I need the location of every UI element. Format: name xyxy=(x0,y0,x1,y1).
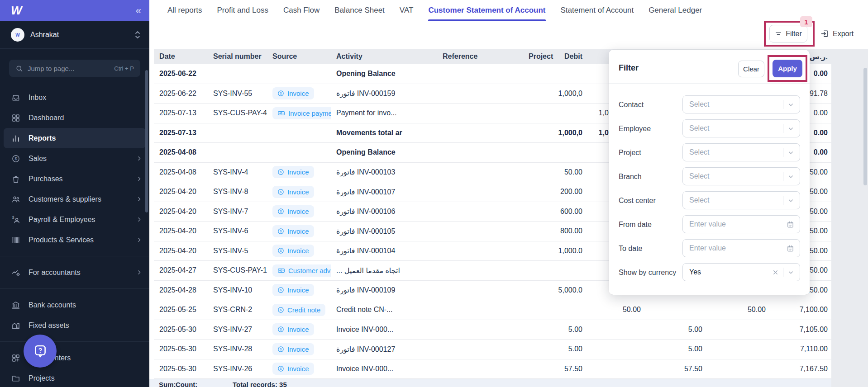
source-badge-invoice[interactable]: $Invoice xyxy=(272,225,314,237)
vertical-scrollbar[interactable] xyxy=(863,68,867,185)
sidebar-item-cost-centers[interactable]: Cost Centers xyxy=(0,348,149,368)
table-row[interactable]: 2025-05-30SYS-INV-26$InvoiceInvoice INV-… xyxy=(154,359,831,379)
filter-field-control[interactable]: Enter value xyxy=(682,239,800,257)
date-placeholder: Enter value xyxy=(689,220,726,228)
source-badge-label: Invoice xyxy=(287,208,309,215)
sidebar-item-projects[interactable]: Projects xyxy=(0,368,149,387)
cell-reference xyxy=(437,300,523,320)
source-badge-invoice[interactable]: $Invoice xyxy=(272,186,314,198)
tab-balance-sheet[interactable]: Balance Sheet xyxy=(334,0,385,21)
coin-icon: $ xyxy=(277,287,284,293)
source-badge-invoice[interactable]: $Invoice xyxy=(272,323,314,335)
cell-activity: فاتورة INV-000109 xyxy=(331,281,437,300)
cell-date: 2025-05-30 xyxy=(154,320,208,340)
tab-profit-and-loss[interactable]: Profit and Loss xyxy=(217,0,268,21)
source-badge-invoice[interactable]: $Invoice xyxy=(272,205,314,217)
source-badge-customer_advance[interactable]: Customer advance xyxy=(272,264,331,277)
filter-button[interactable]: Filter xyxy=(769,25,807,42)
sidebar-item-for-accountants[interactable]: For accountants xyxy=(0,262,149,283)
tab-general-ledger[interactable]: General Ledger xyxy=(649,0,702,21)
source-badge-invoice[interactable]: $Invoice xyxy=(272,363,314,375)
select-placeholder: Select xyxy=(689,124,709,132)
sidebar-item-products-services[interactable]: Products & Services xyxy=(0,230,149,250)
cell-serial: SYS-INV-28 xyxy=(208,340,267,359)
filter-field-contact: ContactSelect xyxy=(609,95,810,113)
tab-customer-statement-of-account[interactable]: Customer Statement of Account xyxy=(428,0,545,21)
collapse-sidebar-icon[interactable]: « xyxy=(136,6,141,16)
sidebar-item-label: Payroll & Employees xyxy=(29,216,95,224)
column-header-project: Project xyxy=(523,49,555,64)
filter-field-label: Branch xyxy=(619,172,677,181)
cell-credit xyxy=(586,320,644,340)
cell-reference xyxy=(437,182,523,202)
cell-reference xyxy=(437,222,523,241)
table-row[interactable]: 2025-05-30SYS-INV-28$Invoiceفاتورة INV-0… xyxy=(154,340,831,359)
cell-date: 2025-06-22 xyxy=(154,84,208,104)
table-row[interactable]: 2025-05-25SYS-CRN-2$Credit noteCredit no… xyxy=(154,300,831,320)
sidebar-item-label: Purchases xyxy=(29,175,63,183)
cell-date: 2025-05-30 xyxy=(154,359,208,379)
footer-count-label: Count: xyxy=(176,381,197,387)
svg-text:$: $ xyxy=(280,367,282,371)
cell-date: 2025-05-25 xyxy=(154,300,208,320)
source-badge-invoice_payment[interactable]: Invoice payment xyxy=(272,107,331,119)
filter-field-label: To date xyxy=(619,244,677,253)
user-switcher[interactable]: W Ashrakat xyxy=(0,21,149,49)
chevron-right-icon xyxy=(136,176,142,182)
filter-field-project: ProjectSelect xyxy=(609,143,810,161)
chevron-down-icon xyxy=(787,149,794,156)
source-badge-invoice[interactable]: $Invoice xyxy=(272,87,314,99)
filter-field-control[interactable]: Select xyxy=(682,191,800,209)
cell-balance: 7,110.00 xyxy=(769,340,831,359)
table-footer: Sum: Count: Total records: 35 xyxy=(149,379,831,387)
tab-cash-flow[interactable]: Cash Flow xyxy=(283,0,320,21)
source-badge-invoice[interactable]: $Invoice xyxy=(272,166,314,178)
filter-panel: Filter Clear Apply ContactSelectEmployee… xyxy=(609,50,810,295)
sidebar-item-reports[interactable]: Reports xyxy=(4,128,146,148)
source-badge-label: Customer advance xyxy=(288,267,331,274)
clear-button[interactable]: Clear xyxy=(738,61,764,77)
cell-project xyxy=(523,359,555,379)
tab-statement-of-account[interactable]: Statement of Account xyxy=(561,0,634,21)
sidebar-item-payroll-employees[interactable]: $Payroll & Employees xyxy=(0,209,149,230)
clear-value-icon[interactable] xyxy=(772,269,779,276)
filter-field-control[interactable]: Enter value xyxy=(682,215,800,233)
cell-date: 2025-05-30 xyxy=(154,340,208,359)
cell-debit xyxy=(555,300,586,320)
tab-vat[interactable]: VAT xyxy=(400,0,414,21)
sidebar-separator xyxy=(0,341,149,342)
sidebar-item-inbox[interactable]: Inbox xyxy=(0,87,149,108)
source-badge-invoice[interactable]: $Invoice xyxy=(272,343,314,355)
svg-text:$: $ xyxy=(280,249,282,253)
sidebar-item-bank-accounts[interactable]: Bank accounts xyxy=(0,295,149,315)
source-badge-credit_note[interactable]: $Credit note xyxy=(272,304,325,316)
jump-to-page-search[interactable]: Jump to page... Ctrl + P xyxy=(9,60,140,77)
filter-field-control[interactable]: Yes xyxy=(682,263,800,281)
cell-project xyxy=(523,340,555,359)
source-badge-label: Credit note xyxy=(287,306,320,314)
sidebar-item-customers-suppliers[interactable]: Customers & suppliers xyxy=(0,189,149,209)
cell-reference xyxy=(437,84,523,104)
sidebar-item-fixed-assets[interactable]: Fixed assets xyxy=(0,315,149,335)
cell-serial: SYS-CRN-2 xyxy=(208,300,267,320)
sidebar-item-purchases[interactable]: Purchases xyxy=(0,169,149,189)
tab-all-reports[interactable]: All reports xyxy=(167,0,202,21)
source-badge-invoice[interactable]: $Invoice xyxy=(272,245,314,257)
sidebar-item-label: Products & Services xyxy=(29,236,94,244)
filter-field-control[interactable]: Select xyxy=(682,95,800,113)
filter-field-control[interactable]: Select xyxy=(682,119,800,137)
cell-activity: فاتورة INV-000104 xyxy=(331,241,437,261)
export-button[interactable]: Export xyxy=(820,25,854,42)
user-switch-chevrons-icon xyxy=(135,31,140,39)
table-row[interactable]: 2025-05-30SYS-INV-27$InvoiceInvoice INV-… xyxy=(154,320,831,340)
cell-debit2: 5.00 xyxy=(644,320,706,340)
help-button[interactable]: ? xyxy=(24,335,57,368)
apply-button[interactable]: Apply xyxy=(773,60,802,77)
sidebar-item-dashboard[interactable]: Dashboard xyxy=(0,108,149,128)
filter-field-control[interactable]: Select xyxy=(682,143,800,161)
source-badge-invoice[interactable]: $Invoice xyxy=(272,284,314,296)
filter-field-control[interactable]: Select xyxy=(682,167,800,185)
sidebar-scrollbar[interactable] xyxy=(145,70,148,212)
select-placeholder: Select xyxy=(689,172,709,180)
sidebar-item-sales[interactable]: $Sales xyxy=(0,148,149,169)
